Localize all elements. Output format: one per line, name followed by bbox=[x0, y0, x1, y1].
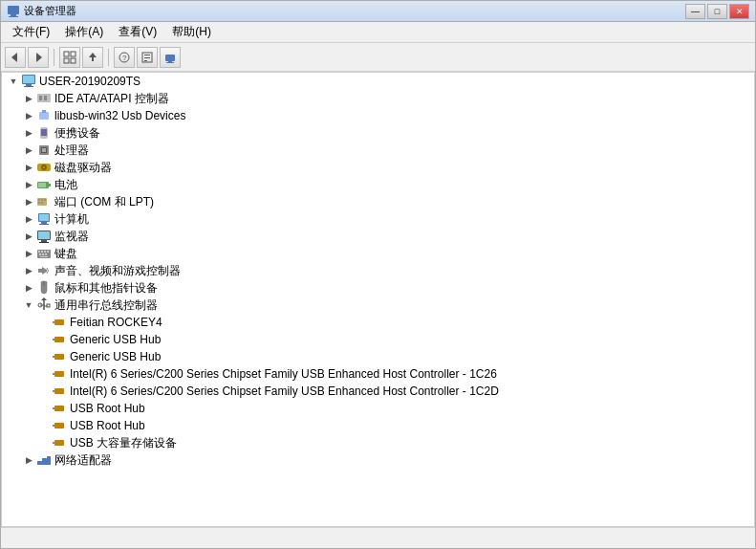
svg-rect-49 bbox=[39, 224, 49, 225]
tree-node-generic1[interactable]: ▶ Generic USB Hub bbox=[2, 331, 754, 348]
monitor-icon bbox=[36, 229, 52, 244]
forward-button[interactable] bbox=[28, 47, 49, 68]
mouse-expand[interactable]: ▶ bbox=[21, 280, 36, 296]
properties-button[interactable] bbox=[137, 47, 158, 68]
svg-rect-33 bbox=[42, 148, 46, 152]
tree-node-sound[interactable]: ▶ 声音、视频和游戏控制器 bbox=[2, 262, 754, 279]
tree-node-usbstorage[interactable]: ▶ USB 大容量存储设备 bbox=[2, 434, 754, 451]
tree-node-network[interactable]: ▶ 网络适配器 bbox=[2, 451, 754, 469]
device-manager-button[interactable] bbox=[160, 47, 181, 68]
menu-action[interactable]: 操作(A) bbox=[57, 22, 111, 42]
svg-rect-30 bbox=[41, 129, 47, 136]
battery-expand[interactable]: ▶ bbox=[21, 177, 36, 192]
tree-node-battery[interactable]: ▶ 电池 bbox=[2, 176, 754, 193]
svg-rect-38 bbox=[49, 184, 51, 187]
libusb-expand[interactable]: ▶ bbox=[21, 108, 36, 123]
grid-icon bbox=[63, 51, 76, 64]
comp-icon bbox=[36, 211, 52, 227]
monitor-expand[interactable]: ▶ bbox=[21, 229, 36, 244]
tree-root[interactable]: ▼ USER-20190209TS bbox=[2, 73, 754, 90]
tree-node-diskdrive[interactable]: ▶ 磁盘驱动器 bbox=[2, 159, 754, 176]
svg-rect-61 bbox=[45, 253, 47, 255]
net-expand[interactable]: ▶ bbox=[21, 452, 36, 468]
svg-rect-17 bbox=[165, 55, 175, 61]
svg-rect-47 bbox=[39, 214, 49, 221]
svg-rect-55 bbox=[38, 251, 40, 253]
stor-icon bbox=[52, 435, 67, 450]
intel2-label: Intel(R) 6 Series/C200 Series Chipset Fa… bbox=[70, 384, 499, 398]
svg-rect-48 bbox=[41, 222, 47, 224]
tree-node-comport[interactable]: ▶ 端口 (COM 和 LPT) bbox=[2, 193, 754, 210]
svg-rect-0 bbox=[8, 6, 19, 14]
portable-expand[interactable]: ▶ bbox=[21, 125, 36, 141]
svg-rect-56 bbox=[41, 251, 43, 253]
hub1-label: USB Root Hub bbox=[70, 402, 145, 415]
svg-text:?: ? bbox=[122, 54, 127, 62]
libusb-icon bbox=[36, 108, 52, 123]
svg-rect-14 bbox=[144, 55, 150, 55]
tree-node-usbhub1[interactable]: ▶ USB Root Hub bbox=[2, 400, 754, 417]
com-expand[interactable]: ▶ bbox=[21, 194, 36, 209]
svg-rect-52 bbox=[41, 240, 47, 242]
usb-expand[interactable]: ▼ bbox=[21, 297, 36, 313]
com-icon bbox=[36, 194, 52, 209]
tree-node-feitian[interactable]: ▶ Feitian ROCKEY4 bbox=[2, 314, 754, 331]
comp-expand[interactable]: ▶ bbox=[21, 211, 36, 227]
tree-node-computer[interactable]: ▶ 计算机 bbox=[2, 210, 754, 228]
tree-node-intel2[interactable]: ▶ Intel(R) 6 Series/C200 Series Chipset … bbox=[2, 383, 754, 400]
stor-spacer: ▶ bbox=[36, 435, 52, 450]
hub2-icon bbox=[52, 418, 67, 433]
portable-label: 便携设备 bbox=[54, 125, 100, 142]
back-button[interactable] bbox=[5, 47, 26, 68]
tree-node-monitor[interactable]: ▶ 监视器 bbox=[2, 228, 754, 245]
svg-rect-1 bbox=[11, 14, 16, 16]
toolbar-separator-2 bbox=[108, 49, 109, 66]
tree-node-libusb[interactable]: ▶ libusb-win32 Usb Devices bbox=[2, 107, 754, 124]
minimize-button[interactable]: — bbox=[685, 4, 705, 19]
tree-node-usb[interactable]: ▼ 通用串行总线控制器 bbox=[2, 296, 754, 314]
forward-icon bbox=[32, 51, 45, 64]
maximize-button[interactable]: □ bbox=[707, 4, 727, 19]
tree-node-usbhub2[interactable]: ▶ USB Root Hub bbox=[2, 417, 754, 434]
hub1-icon bbox=[52, 401, 67, 416]
root-label: USER-20190209TS bbox=[39, 75, 140, 88]
svg-rect-23 bbox=[23, 76, 34, 83]
window-title: 设备管理器 bbox=[24, 4, 76, 18]
svg-rect-8 bbox=[71, 58, 76, 63]
tree-node-mouse[interactable]: ▶ 鼠标和其他指针设备 bbox=[2, 279, 754, 296]
kbd-expand[interactable]: ▶ bbox=[21, 246, 36, 261]
toolbar: ? bbox=[1, 43, 755, 72]
device-tree[interactable]: ▼ USER-20190209TS ▶ bbox=[1, 72, 755, 527]
tree-node-ide[interactable]: ▶ IDE ATA/ATAPI 控制器 bbox=[2, 90, 754, 107]
up-button[interactable] bbox=[82, 47, 103, 68]
hub2-spacer: ▶ bbox=[36, 418, 52, 433]
sound-expand[interactable]: ▶ bbox=[21, 263, 36, 278]
svg-point-43 bbox=[44, 199, 46, 201]
tree-node-keyboard[interactable]: ▶ 键盘 bbox=[2, 245, 754, 262]
svg-rect-85 bbox=[54, 440, 64, 446]
menu-file[interactable]: 文件(F) bbox=[5, 22, 57, 42]
tree-node-processor[interactable]: ▶ 处理器 bbox=[2, 142, 754, 159]
tree-node-intel1[interactable]: ▶ Intel(R) 6 Series/C200 Series Chipset … bbox=[2, 365, 754, 383]
menu-help[interactable]: 帮助(H) bbox=[164, 22, 219, 42]
disk-expand[interactable]: ▶ bbox=[21, 160, 36, 175]
svg-point-42 bbox=[41, 199, 43, 201]
svg-rect-21 bbox=[26, 84, 32, 86]
processor-expand[interactable]: ▶ bbox=[21, 143, 36, 158]
menu-view[interactable]: 查看(V) bbox=[111, 22, 164, 42]
tree-node-portable[interactable]: ▶ 便携设备 bbox=[2, 124, 754, 142]
disk-icon bbox=[36, 160, 52, 175]
mouse-label: 鼠标和其他指针设备 bbox=[54, 280, 158, 296]
svg-rect-57 bbox=[44, 251, 46, 253]
close-button[interactable]: ✕ bbox=[729, 4, 749, 19]
grid-button[interactable] bbox=[59, 47, 80, 68]
com-label: 端口 (COM 和 LPT) bbox=[54, 194, 154, 210]
tree-node-generic2[interactable]: ▶ Generic USB Hub bbox=[2, 348, 754, 365]
ide-label: IDE ATA/ATAPI 控制器 bbox=[54, 91, 169, 107]
ide-expand[interactable]: ▶ bbox=[21, 91, 36, 106]
svg-rect-77 bbox=[54, 371, 64, 377]
svg-rect-88 bbox=[42, 458, 47, 465]
feitian-icon bbox=[52, 315, 67, 330]
root-expand[interactable]: ▼ bbox=[6, 74, 21, 89]
help-button[interactable]: ? bbox=[114, 47, 135, 68]
